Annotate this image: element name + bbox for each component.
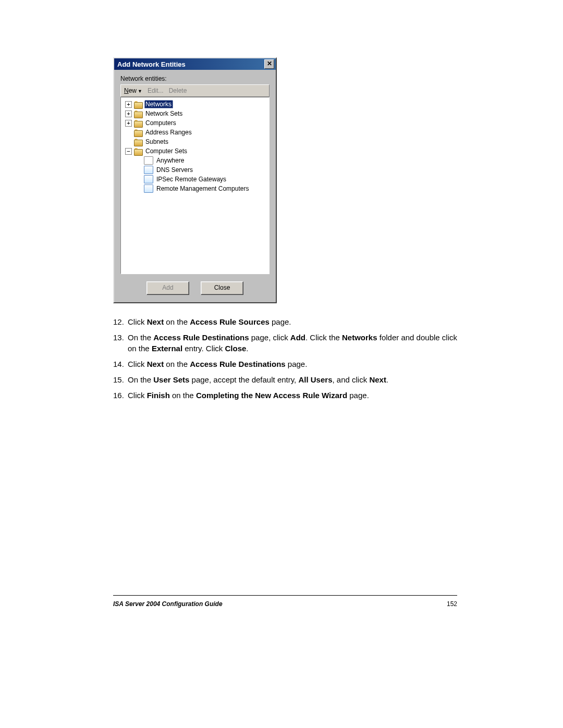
tree-node-subnets[interactable]: Subnets [123, 137, 267, 146]
tree-label: DNS Servers [155, 166, 194, 174]
step-number: 13. [113, 332, 128, 354]
computer-set-icon [144, 175, 153, 183]
tree-label: Anywhere [155, 156, 186, 165]
step-12: 12. Click Next on the Access Rule Source… [113, 317, 457, 327]
toolbar: New▼ Edit... Delete [120, 84, 270, 97]
tree-label: Networks [144, 100, 173, 108]
tree-node-dns-servers[interactable]: DNS Servers [123, 165, 267, 175]
close-button[interactable]: Close [201, 281, 243, 295]
edit-menu: Edit... [148, 87, 164, 94]
tree-node-ipsec[interactable]: IPSec Remote Gateways [123, 175, 267, 184]
tree-node-network-sets[interactable]: + Network Sets [123, 109, 267, 118]
folder-icon [134, 101, 142, 108]
add-button: Add [146, 281, 189, 295]
folder-icon [134, 139, 142, 145]
folder-icon [134, 148, 142, 155]
step-14: 14. Click Next on the Access Rule Destin… [113, 359, 457, 369]
footer-page-number: 152 [447, 600, 457, 608]
entities-tree[interactable]: + Networks + Network Sets + Computers Ad… [120, 97, 270, 274]
folder-icon [134, 129, 142, 136]
step-number: 15. [113, 375, 128, 385]
page-footer: ISA Server 2004 Configuration Guide 152 [113, 600, 457, 608]
computer-set-icon [144, 184, 153, 193]
step-number: 14. [113, 359, 128, 369]
tree-label: Network Sets [144, 109, 184, 118]
add-network-entities-dialog: Add Network Entities ✕ Network entities:… [113, 57, 277, 303]
dialog-title: Add Network Entities [117, 60, 186, 68]
plus-icon[interactable]: + [125, 120, 132, 127]
folder-icon [134, 110, 142, 117]
tree-label: IPSec Remote Gateways [155, 175, 228, 183]
tree-label: Computers [144, 119, 178, 127]
tree-label: Remote Management Computers [155, 184, 250, 193]
tree-node-address-ranges[interactable]: Address Ranges [123, 128, 267, 137]
plus-icon[interactable]: + [125, 110, 132, 117]
step-16: 16. Click Finish on the Completing the N… [113, 390, 457, 401]
computer-set-icon [144, 156, 153, 165]
tree-node-anywhere[interactable]: Anywhere [123, 156, 267, 165]
chevron-down-icon: ▼ [138, 89, 142, 94]
titlebar: Add Network Entities ✕ [114, 58, 276, 70]
step-13: 13. On the Access Rule Destinations page… [113, 332, 457, 354]
footer-divider [113, 595, 457, 596]
computer-set-icon [144, 166, 153, 174]
tree-label: Address Ranges [144, 128, 193, 137]
step-text: Click Next on the Access Rule Destinatio… [128, 359, 307, 369]
step-15: 15. On the User Sets page, accept the de… [113, 375, 457, 385]
instruction-list: 12. Click Next on the Access Rule Source… [113, 317, 457, 406]
entities-label: Network entities: [120, 75, 270, 82]
step-text: On the Access Rule Destinations page, cl… [128, 332, 457, 354]
step-text: Click Next on the Access Rule Sources pa… [128, 317, 291, 327]
tree-label: Computer Sets [144, 147, 189, 155]
tree-node-remote-mgmt[interactable]: Remote Management Computers [123, 184, 267, 193]
step-number: 16. [113, 390, 128, 401]
tree-node-computers[interactable]: + Computers [123, 118, 267, 128]
step-number: 12. [113, 317, 128, 327]
close-icon[interactable]: ✕ [264, 59, 274, 69]
minus-icon[interactable]: − [125, 148, 132, 155]
tree-node-computer-sets[interactable]: − Computer Sets [123, 146, 267, 156]
plus-icon[interactable]: + [125, 101, 132, 108]
footer-doc-title: ISA Server 2004 Configuration Guide [113, 600, 223, 608]
delete-menu: Delete [169, 87, 187, 94]
new-menu[interactable]: New▼ [124, 87, 142, 94]
tree-label: Subnets [144, 138, 170, 146]
folder-icon [134, 120, 142, 127]
step-text: On the User Sets page, accept the defaul… [128, 375, 388, 385]
tree-node-networks[interactable]: + Networks [123, 100, 267, 109]
step-text: Click Finish on the Completing the New A… [128, 390, 369, 401]
